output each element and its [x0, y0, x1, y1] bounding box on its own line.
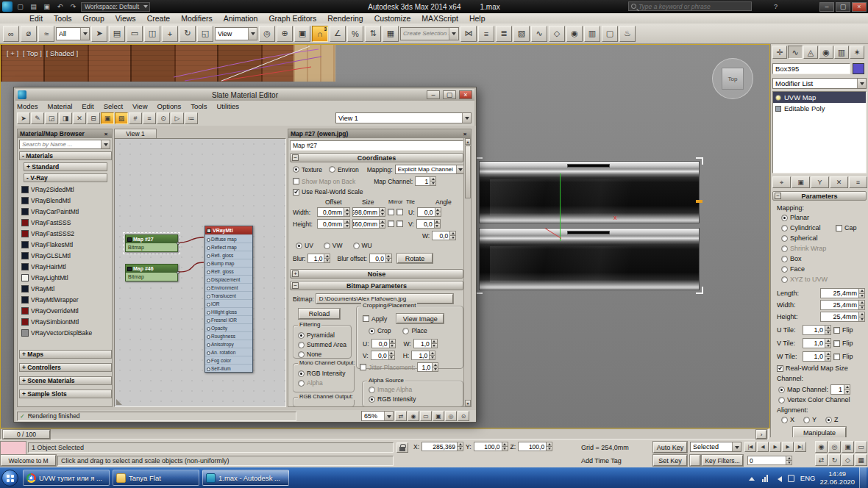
schematic-view-button[interactable]: ◇ [549, 26, 565, 42]
motion-tab[interactable]: ◉ [819, 46, 833, 59]
material-slot[interactable]: Translucent [205, 291, 252, 299]
scrollbar-thumb[interactable] [465, 146, 471, 198]
material-list-item[interactable]: VRaySimbiontMtl [19, 316, 112, 327]
bitmap-parameters-rollout[interactable]: −Bitmap Parameters [290, 281, 463, 290]
active-view-dropdown[interactable]: View 1 [335, 112, 472, 123]
material-slot[interactable]: Hilight gloss [205, 307, 252, 315]
real-world-map-size-checkbox[interactable]: Real-World Map Size [777, 365, 848, 372]
snaps-toggle-button[interactable]: ∩3 [312, 26, 328, 42]
select-by-name-button[interactable]: ▤ [109, 26, 125, 42]
crop-w-spinner[interactable]: 1,0 [413, 339, 438, 348]
mapping-xyz-to-uvw-option[interactable]: XYZ to UVW [781, 276, 828, 283]
undo-icon[interactable]: ↶ [54, 2, 65, 12]
gizmo-y-axis[interactable] [560, 173, 561, 241]
texture-option[interactable]: Texture [293, 166, 322, 173]
pin-stack-button[interactable]: ⌖ [772, 176, 791, 188]
unlink-selection-button[interactable]: ⌀ [21, 26, 37, 42]
map46-node[interactable]: Map #46 Bitmap [125, 264, 178, 281]
height-spinner[interactable]: 25,4mm [820, 312, 865, 322]
select-object-button[interactable]: ➤ [91, 26, 107, 42]
browser-search-combo[interactable] [19, 140, 110, 149]
angle-snap-button[interactable]: ∠ [330, 26, 346, 42]
menu-item[interactable]: Views [115, 14, 136, 23]
slate-menu-item[interactable]: Modes [17, 102, 38, 110]
slate-menu-item[interactable]: Material [48, 102, 73, 110]
show-background-button[interactable]: ▨ [115, 112, 128, 124]
taskbar-app-button[interactable]: Tanya Flat [113, 470, 199, 486]
time-slider[interactable]: 0 / 100 › [0, 428, 769, 439]
w-flip-checkbox[interactable] [833, 354, 840, 360]
scale-handle[interactable] [696, 200, 702, 203]
go-to-start-button[interactable]: |◀ [744, 442, 756, 452]
materials-group-bar[interactable]: - Materials [19, 151, 112, 160]
rendered-frame-window-button[interactable]: ▢ [602, 26, 618, 42]
slate-menu-item[interactable]: View [132, 102, 147, 110]
material-list-item[interactable]: VRayCarPaintMtl [19, 206, 112, 217]
filtering-option[interactable]: Pyramidal [298, 331, 346, 339]
window-crossing-button[interactable]: ◫ [144, 26, 160, 42]
object-color-swatch[interactable] [853, 63, 864, 74]
make-unique-button[interactable]: Y [811, 176, 829, 188]
manipulate-button[interactable]: Manipulate [793, 427, 846, 437]
material-list-item[interactable]: VRayBlendMtl [19, 195, 112, 206]
material-list-item[interactable]: VRay2SidedMtl [19, 184, 112, 195]
wu-option[interactable]: WU [353, 242, 372, 249]
current-frame-spinner[interactable]: 0 [747, 456, 792, 465]
zoom-region-button[interactable]: ▭ [855, 441, 867, 453]
menu-item[interactable]: Create [147, 14, 171, 23]
reload-button[interactable]: Reload [299, 309, 340, 319]
blur-spinner[interactable]: 1,0 [307, 254, 330, 263]
apply-checkbox[interactable]: Apply [363, 315, 387, 323]
u-flip-checkbox[interactable] [833, 327, 840, 334]
material-slot[interactable]: Environment [205, 283, 252, 291]
edit-named-selection-sets-button[interactable]: ▦ [383, 26, 399, 42]
material-slot[interactable]: Diffuse map [205, 234, 252, 243]
menu-item[interactable]: Animation [224, 14, 258, 23]
crop-h-spinner[interactable]: 1,0 [411, 351, 435, 360]
map-channel-spinner[interactable]: 1 [830, 384, 850, 395]
mapping-planar-option[interactable]: Planar [781, 214, 809, 221]
selection-lock-toggle[interactable] [396, 442, 408, 453]
volume-icon[interactable] [774, 473, 783, 482]
height-size-spinner[interactable]: 460,0mm [352, 219, 385, 229]
crop-u-spinner[interactable]: 0,0 [371, 339, 396, 348]
align-x-option[interactable]: X [781, 416, 794, 423]
close-button[interactable]: × [852, 2, 867, 12]
slate-menu-item[interactable]: Tools [191, 102, 207, 110]
place-option[interactable]: Place [402, 327, 427, 334]
material-slot[interactable]: Refl. gloss [205, 251, 252, 259]
named-selection-input[interactable] [403, 30, 449, 37]
show-hidden-icons-button[interactable] [747, 473, 756, 482]
material-slot[interactable]: An. rotation [205, 348, 252, 356]
material-list-item[interactable]: VRayGLSLMtl [19, 250, 112, 261]
menu-item[interactable]: Tools [54, 14, 72, 23]
named-selection-set-combo[interactable] [400, 27, 459, 40]
map27-node[interactable]: Map #27 Bitmap [125, 234, 178, 252]
select-and-link-button[interactable]: ∞ [3, 26, 19, 42]
x-coordinate-spinner[interactable]: 285,369 [421, 442, 463, 451]
select-and-manipulate-button[interactable]: ⊕ [277, 26, 293, 42]
vw-option[interactable]: VW [324, 242, 343, 249]
cap-checkbox[interactable]: Cap [836, 224, 857, 232]
map-parameters-header[interactable]: Map #27 (owen.jpg)× [288, 129, 471, 138]
browser-header[interactable]: Material/Map Browser× [18, 129, 112, 138]
utilities-tab[interactable]: ✶ [850, 46, 864, 59]
slate-minimize-button[interactable]: – [427, 90, 440, 99]
output-socket-icon[interactable] [177, 242, 179, 245]
selection-filter-dropdown[interactable]: All [56, 27, 90, 40]
play-animation-button[interactable]: ▶ [769, 442, 781, 452]
width-size-spinner[interactable]: 598,0mm [352, 207, 385, 217]
material-slot[interactable]: Anisotropy [205, 340, 252, 348]
show-map-on-back-checkbox[interactable]: Show Map on Back [293, 178, 355, 185]
browser-group-bar[interactable]: + Scene Materials [19, 376, 112, 385]
next-frame-arrow-button[interactable]: › [756, 430, 766, 439]
u-angle-spinner[interactable]: 0,0 [417, 207, 441, 217]
uv-option[interactable]: UV [296, 242, 313, 249]
maximize-viewport-toggle-button[interactable]: ▦ [855, 454, 867, 466]
rotate-button[interactable]: Rotate [397, 254, 433, 263]
save-file-icon[interactable]: ▣ [41, 2, 52, 12]
close-icon[interactable]: × [461, 131, 469, 137]
field-of-view-button[interactable]: ◇ [842, 454, 854, 466]
maximize-button[interactable]: ▢ [836, 2, 850, 12]
display-tab[interactable]: ▥ [834, 46, 849, 59]
